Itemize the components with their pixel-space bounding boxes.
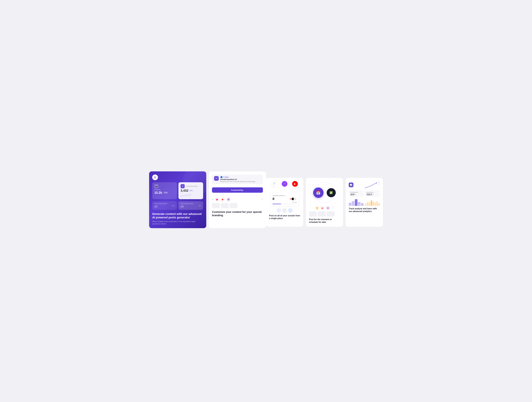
customize-button[interactable]: Customizing..	[212, 187, 263, 193]
impressions-value: 112.2 M	[367, 193, 378, 196]
obar-8	[378, 203, 380, 206]
purple-bars	[349, 198, 363, 206]
followers-label: Followers	[154, 189, 175, 190]
platform-row: ✏ ◉ ▶ 👾 ✏	[212, 197, 263, 202]
twitch-social-icon: 👾	[282, 181, 287, 187]
social-posting-card: 👾 ▶ Integrated platforms 8 ◉ ♪ 3+ postin…	[266, 178, 303, 227]
notify-time: 🔵 11:30pm	[220, 176, 255, 178]
analytics-card: 📊 4 K 2 K Performance 12.5 K	[346, 178, 383, 227]
line-chart-svg	[364, 182, 377, 189]
total-content-value-1: 25	[154, 205, 158, 208]
performance-stat: Performance 12.5 K	[349, 190, 364, 197]
more-cluster: 3+	[294, 197, 297, 200]
progress-bar	[272, 204, 297, 204]
pencil-icon: ✏	[214, 176, 219, 181]
bar-4	[358, 202, 361, 206]
notification-bar: ✏ 🔵 11:30pm Introducing Music AI Bringin…	[212, 174, 263, 184]
hero-title: Generate content with our advanced AI po…	[152, 212, 203, 219]
avatar-2	[282, 208, 287, 213]
obar-2	[367, 202, 368, 206]
svg-rect-0	[154, 177, 156, 178]
youtube-social-icon: ▶	[292, 181, 298, 187]
content-label: Content generated	[186, 185, 197, 187]
customize-card: ✏ 🔵 11:30pm Introducing Music AI Bringin…	[209, 171, 266, 228]
total-content-label-1: Total content posted	[154, 203, 175, 204]
tiktok-icon: ◉	[215, 197, 219, 202]
followers-stat: 📷 Followers 10.2k ↗ 82	[152, 182, 177, 199]
total-content-badge-1: + 10%	[171, 205, 175, 207]
schedule-card-title: Post for the moment or schedule for late…	[309, 218, 340, 223]
right-edit-icon[interactable]: ✏	[261, 198, 263, 200]
total-content-stat-2: Total content posted 25 ↑ 10%	[178, 201, 203, 210]
orange-bars	[365, 198, 380, 206]
social-avatars-row	[269, 208, 300, 213]
sched-thumb-3	[327, 211, 335, 217]
followers-value: 10.2k	[154, 191, 162, 194]
sched-thumb-1	[309, 211, 317, 217]
instagram-icon: 📷	[154, 184, 158, 188]
sched-thumb-2	[318, 211, 326, 217]
chip-icon	[152, 174, 158, 180]
performance-label: Performance	[350, 192, 362, 193]
obar-5	[373, 202, 374, 206]
integrated-platforms-card: Integrated platforms 8 ◉ ♪ 3+ posting	[270, 193, 299, 206]
schedule-card: 📅 ✅ 👋 ▶ 👾 ✏ Post for the moment or sched…	[306, 178, 343, 227]
hero-card: 📷 Followers 10.2k ↗ 82 👁 Content generat…	[149, 171, 206, 228]
svg-point-4	[376, 183, 377, 183]
twitch-icon: 👾	[226, 197, 231, 202]
thumb-2	[221, 203, 228, 208]
svg-point-2	[273, 185, 274, 185]
performance-value: 12.5 K	[350, 193, 362, 196]
impressions-label: Impressions	[367, 192, 378, 193]
bar-5	[361, 203, 363, 206]
schedule-check-icon: ✅	[327, 188, 336, 197]
content-generated-stat: 👁 Content generated 3,432 ↗ 40%	[178, 182, 203, 199]
thumbnail-row	[212, 203, 263, 208]
obar-6	[374, 203, 376, 206]
thumb-1	[212, 203, 220, 208]
bar-2	[352, 201, 355, 206]
integrated-label: Integrated platforms	[272, 195, 297, 196]
edit-pencil-icon[interactable]: ✏	[332, 206, 334, 210]
avatar-1	[277, 208, 281, 213]
schedule-thumbs	[309, 211, 340, 217]
chart-label-2k: 2 K	[378, 183, 380, 185]
impressions-stat: Impressions 112.2 M	[365, 190, 380, 197]
avatar-3	[288, 208, 293, 213]
progress-bar-fill	[272, 204, 281, 204]
integrated-num: 8	[272, 197, 274, 201]
left-edit-icon[interactable]: ✏	[212, 198, 214, 200]
obar-7	[376, 201, 378, 206]
total-content-label-2: Total content posted	[181, 203, 201, 204]
youtube-icon: ▶	[221, 197, 225, 202]
customize-card-title: Customize your content for your special …	[212, 210, 263, 217]
fork-icon	[272, 181, 277, 187]
wave-icon: 👋	[315, 206, 319, 210]
chart-label-4k: 4 K	[378, 181, 380, 183]
notify-body: Bringing your music to life with advance…	[220, 181, 255, 183]
platform-cluster: ◉ ♪ 3+	[290, 197, 297, 200]
svg-point-1	[273, 183, 274, 183]
analytics-header: 📊 4 K 2 K	[349, 181, 380, 189]
hero-subtitle: Where creativity meets functionality to …	[152, 220, 203, 225]
posting-label: posting	[272, 201, 297, 203]
obar-3	[369, 202, 370, 206]
total-content-value-2: 25	[181, 205, 184, 208]
bar-1	[349, 203, 351, 206]
bar-3	[355, 199, 357, 206]
analytics-card-title: Track analyze and learn with our advance…	[349, 207, 380, 213]
total-content-badge-2: ↑ 10%	[197, 205, 201, 207]
analytics-stats: Performance 12.5 K Impressions 112.2 M	[349, 190, 380, 197]
notify-title: Introducing Music AI	[220, 179, 255, 180]
followers-badge: ↗ 82	[163, 192, 168, 194]
content-value: 3,432	[181, 189, 188, 192]
schedule-calendar-icon: 📅	[313, 187, 323, 198]
obar-1	[365, 204, 367, 206]
content-pct: ↗ 40%	[188, 190, 193, 191]
thumb-3	[230, 203, 237, 208]
social-card-title: Post on all of your socials from a singl…	[269, 214, 300, 220]
content-icon: 👁	[181, 184, 185, 188]
analytics-icon: 📊	[349, 183, 353, 187]
obar-4	[371, 200, 372, 206]
bar-chart-area	[349, 198, 380, 206]
